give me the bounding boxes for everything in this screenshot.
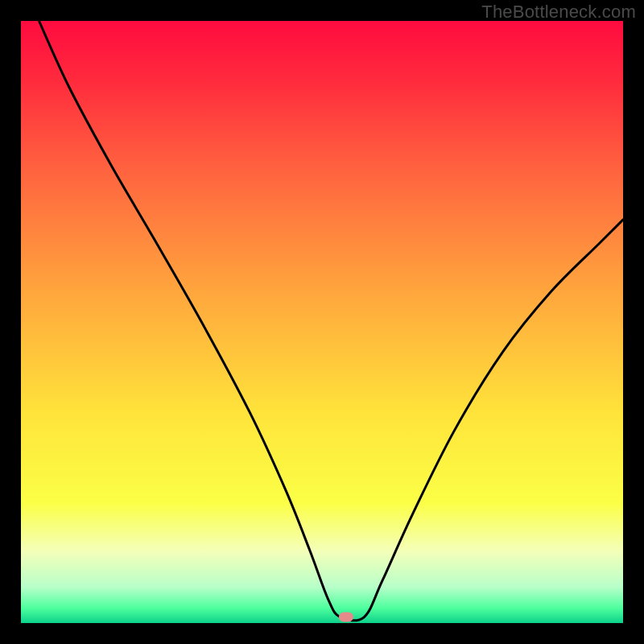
chart-container: TheBottleneck.com [0,0,644,644]
chart-svg [21,21,623,623]
plot-area [21,21,623,623]
watermark-text: TheBottleneck.com [481,2,636,23]
gradient-background [21,21,623,623]
optimum-marker [339,613,353,622]
